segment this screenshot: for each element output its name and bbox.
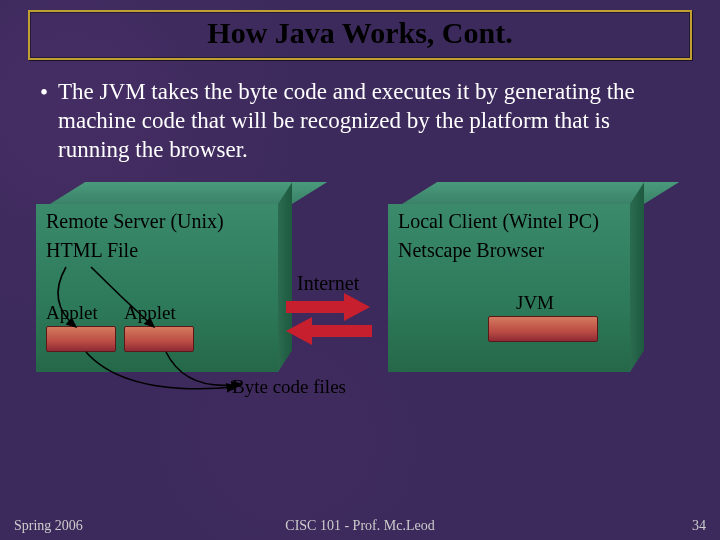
arrow-right-icon [286,301,346,313]
applet-2-pill [124,326,194,352]
cube-side-face [630,183,644,373]
cube-front-face: Remote Server (Unix) HTML File Applet Ap… [36,204,278,372]
bullet-block: • The JVM takes the byte code and execut… [40,78,680,164]
footer-course: CISC 101 - Prof. Mc.Leod [0,518,720,534]
footer-page-no: 34 [692,518,706,534]
browser-label: Netscape Browser [398,239,620,262]
jvm-block: JVM [488,292,620,342]
arrow-left-head-icon [286,317,312,345]
local-client-box: Local Client (Wintel PC) Netscape Browse… [388,182,630,372]
bullet-text: The JVM takes the byte code and executes… [58,78,680,164]
local-client-title: Local Client (Wintel PC) [398,210,620,233]
jvm-pill [488,316,598,342]
arrow-right-head-icon [344,293,370,321]
applet-1-label: Applet [46,302,98,324]
bytecode-label: Byte code files [232,376,346,398]
page-title: How Java Works, Cont. [30,16,690,50]
diagram-area: Remote Server (Unix) HTML File Applet Ap… [0,164,720,444]
cube-front-face: Local Client (Wintel PC) Netscape Browse… [388,204,630,372]
applet-2-label: Applet [124,302,176,324]
remote-server-title: Remote Server (Unix) [46,210,268,233]
title-container: How Java Works, Cont. [28,10,692,60]
remote-server-box: Remote Server (Unix) HTML File Applet Ap… [36,182,278,372]
applet-1-pill [46,326,116,352]
applet-1: Applet [46,302,116,352]
applet-2: Applet [124,302,194,352]
internet-arrows [286,296,382,342]
html-file-label: HTML File [46,239,268,262]
internet-label: Internet [297,272,359,295]
arrow-left-icon [312,325,372,337]
jvm-label: JVM [516,292,554,314]
bullet-icon: • [40,79,48,165]
applet-row: Applet Applet [46,302,268,352]
